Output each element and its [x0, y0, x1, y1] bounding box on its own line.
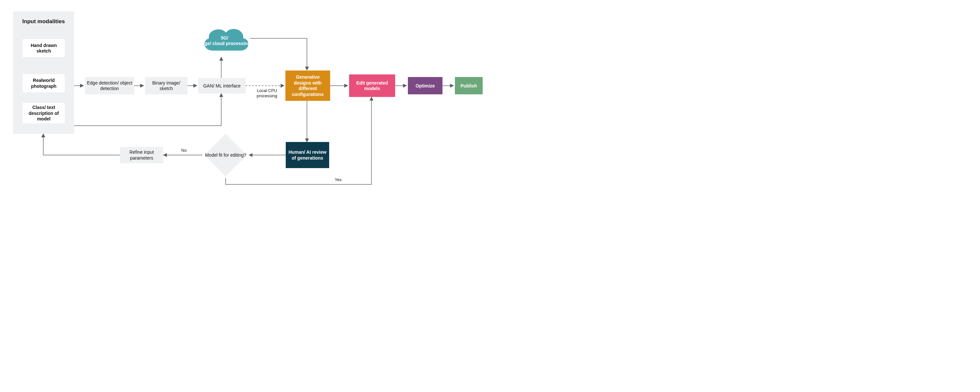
node-optimize: Optimize	[408, 77, 442, 94]
decision-label: Model fit for editing?	[205, 152, 246, 158]
node-gan-ml-interface: GAN/ ML interface	[198, 78, 246, 94]
decision-model-fit: Model fit for editing?	[203, 132, 248, 178]
node-cloud-processing: 5G/ Edge/ cloud processing	[199, 20, 251, 57]
cloud-label: 5G/ Edge/ cloud processing	[199, 30, 250, 46]
diagram-canvas: Input modalities Hand drawn sketch Realw…	[0, 0, 490, 196]
edge-label-no: No	[181, 148, 187, 153]
input-realworld-photograph: Realworld photograph	[23, 75, 65, 92]
node-publish: Publish	[455, 77, 483, 94]
input-hand-drawn-sketch: Hand drawn sketch	[23, 39, 65, 57]
node-human-ai-review: Human/ AI review of generations	[286, 142, 329, 168]
node-edit-generated-models: Edit generated models	[349, 75, 395, 97]
node-refine-input: Refine input parameters	[120, 147, 164, 163]
panel-title: Input modalities	[13, 11, 74, 28]
node-generative-designs: Generative designs with different config…	[285, 70, 330, 101]
input-class-text-description: Class/ text description of model	[23, 103, 65, 123]
edge-label-yes: Yes	[335, 177, 342, 183]
node-binary-image: Binary image/ sketch	[145, 77, 188, 94]
edge-label-local-cpu: Local CPU processing	[251, 88, 282, 98]
node-edge-detection: Edge detection/ object detection	[85, 77, 134, 94]
